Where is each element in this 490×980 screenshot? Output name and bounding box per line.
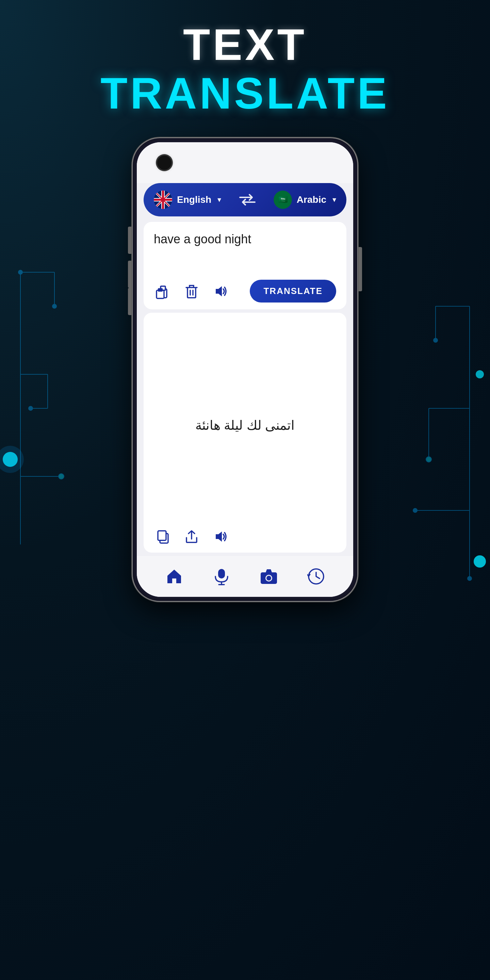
source-lang-chevron: ▾ <box>218 195 221 204</box>
paste-button[interactable] <box>154 282 172 301</box>
svg-rect-46 <box>218 569 225 579</box>
source-language-name: English <box>177 194 211 205</box>
input-text-field[interactable]: have a good night <box>154 232 336 273</box>
svg-point-20 <box>468 576 472 581</box>
saudi-flag: 🇸🇦 <box>274 191 292 209</box>
svg-text:🇸🇦: 🇸🇦 <box>278 195 288 204</box>
svg-point-8 <box>52 304 56 308</box>
phone-screen: English ▾ 🇸🇦 <box>137 142 353 597</box>
svg-rect-45 <box>158 531 166 540</box>
svg-point-25 <box>474 555 486 568</box>
output-text-field: اتمنى لك ليلة هانئة <box>154 323 336 527</box>
source-language-selector[interactable]: English ▾ <box>154 191 221 209</box>
nav-camera[interactable] <box>260 568 278 585</box>
svg-point-24 <box>476 370 484 379</box>
share-output-button[interactable] <box>182 527 201 546</box>
title-section: TEXT TRANSLATE <box>100 21 390 118</box>
target-lang-chevron: ▾ <box>332 195 336 204</box>
translate-button[interactable]: TRANSLATE <box>250 280 336 302</box>
input-actions-row: TRANSLATE <box>154 280 336 302</box>
svg-point-18 <box>426 457 431 462</box>
svg-point-9 <box>29 406 33 410</box>
delete-button[interactable] <box>182 282 201 301</box>
svg-point-51 <box>266 576 271 581</box>
front-camera <box>157 156 172 170</box>
svg-point-22 <box>3 452 18 467</box>
target-language-selector[interactable]: 🇸🇦 Arabic ▾ <box>274 191 336 209</box>
app-title-line1: TEXT <box>100 21 390 69</box>
input-card: have a good night <box>143 222 347 309</box>
app-title-line2: TRANSLATE <box>100 69 390 118</box>
svg-point-17 <box>434 338 438 342</box>
target-language-name: Arabic <box>297 194 326 205</box>
language-selector-bar: English ▾ 🇸🇦 <box>143 183 347 216</box>
speak-input-button[interactable] <box>211 282 229 301</box>
svg-point-10 <box>59 474 64 479</box>
svg-point-23 <box>0 446 24 473</box>
phone-mockup: English ▾ 🇸🇦 <box>133 138 357 601</box>
output-card: اتمنى لك ليلة هانئة <box>143 313 347 553</box>
output-actions-row <box>154 527 336 546</box>
svg-point-19 <box>413 508 417 512</box>
nav-home[interactable] <box>165 568 183 585</box>
phone-body: English ▾ 🇸🇦 <box>133 138 357 601</box>
nav-history[interactable] <box>307 568 325 585</box>
bottom-navigation <box>137 556 353 597</box>
swap-languages-button[interactable] <box>239 192 256 207</box>
speak-output-button[interactable] <box>211 527 229 546</box>
copy-output-button[interactable] <box>154 527 172 546</box>
svg-rect-41 <box>158 288 163 292</box>
camera-area <box>137 142 353 183</box>
nav-microphone[interactable] <box>213 568 231 585</box>
uk-flag <box>154 191 172 209</box>
svg-point-7 <box>18 270 22 274</box>
